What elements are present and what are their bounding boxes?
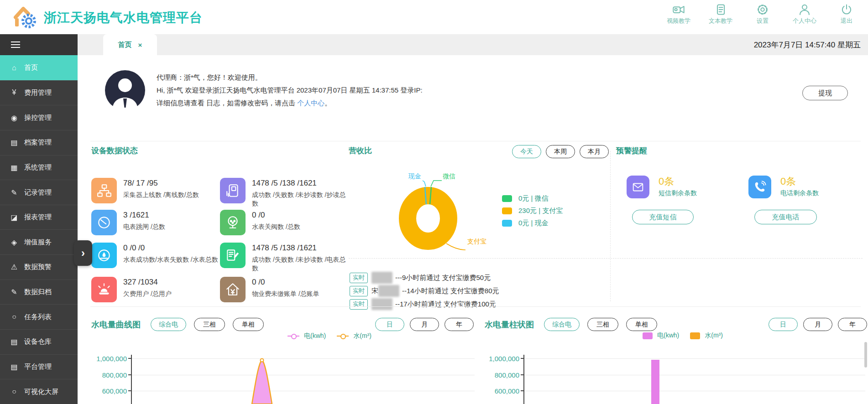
stat-value: 1478 /5 /138 /1621: [252, 243, 317, 253]
sidebar-item-fees[interactable]: ¥费用管理: [0, 80, 78, 105]
legend-label: 0元 | 微信: [518, 194, 549, 203]
sidebar-item-control[interactable]: ◉操控管理: [0, 105, 78, 130]
sidebar-item-label: 操控管理: [24, 114, 52, 122]
sidebar-item-reports[interactable]: ◪报表管理: [0, 205, 78, 230]
sidebar-item-tasks[interactable]: ○任务列表: [0, 304, 78, 329]
record-edit-icon: ✎: [10, 188, 18, 197]
welcome-line-3-text: 详细信息请查看 日志，如需修改密码，请点击: [157, 99, 297, 107]
profile-link[interactable]: 个人中心: [297, 99, 324, 107]
network-icon: [96, 183, 112, 198]
sidebar-item-label: 系统管理: [24, 163, 52, 172]
realtime-text: --14小时前通过 支付宝缴费80元: [402, 287, 499, 295]
bar-period-day-button[interactable]: 日: [769, 318, 798, 331]
stat-value: 0 /0 /0: [123, 243, 145, 253]
nav-logout[interactable]: 退出: [833, 3, 860, 25]
electricity-line-marker-icon: [288, 336, 299, 337]
water-line-marker-icon: [337, 336, 349, 337]
period-month-button[interactable]: 本月: [580, 145, 609, 158]
redacted-name: [371, 298, 392, 310]
bar-type-singlephase-button[interactable]: 单相: [626, 318, 657, 331]
sms-tile: [627, 176, 649, 198]
donut-label-wechat: 微信: [443, 172, 455, 181]
sidebar-item-records[interactable]: ✎记录管理: [0, 180, 78, 205]
sidebar-item-system[interactable]: ▦系统管理: [0, 155, 78, 180]
line-type-combined-button[interactable]: 综合电: [151, 318, 186, 331]
recharge-sms-button[interactable]: 充值短信: [632, 210, 694, 224]
line-period-day-button[interactable]: 日: [375, 318, 404, 331]
realtime-row: 实时 宋 --14小时前通过 支付宝缴费80元: [350, 285, 499, 297]
nav-label: 退出: [841, 17, 852, 25]
sidebar-item-label: 平台管理: [24, 363, 52, 371]
period-week-button[interactable]: 本周: [546, 145, 575, 158]
sidebar-item-device-warehouse[interactable]: ▤设备仓库: [0, 329, 78, 354]
page-title: 浙江天扬电气水电管理平台: [44, 9, 203, 26]
realtime-name-prefix: 宋: [371, 287, 378, 295]
period-today-button[interactable]: 今天: [512, 145, 541, 158]
water-swatch-icon: [690, 332, 700, 339]
scrollbar-thumb[interactable]: [864, 342, 867, 368]
nav-settings[interactable]: 设置: [749, 3, 776, 25]
line-period-month-button[interactable]: 月: [410, 318, 439, 331]
revenue-donut-chart: [379, 171, 507, 254]
tab-label: 首页: [118, 41, 132, 49]
stat-label: 成功数 /失败数 /未抄读数 /抄读总数: [252, 191, 347, 208]
stat-collectors: 78/ 17 /95 采集器上线数 /离线数/总数: [91, 178, 219, 203]
report-chart-icon: ◪: [10, 213, 18, 222]
sidebar-item-label: 报表管理: [24, 213, 52, 222]
stat-label: 水表成功数/水表失败数 /水表总数: [123, 255, 218, 264]
sidebar-expand-button[interactable]: ›: [74, 240, 92, 266]
line-type-threephase-button[interactable]: 三相: [194, 318, 225, 331]
bar-period-year-button[interactable]: 年: [838, 318, 867, 331]
bar-period-month-button[interactable]: 月: [803, 318, 832, 331]
bar-type-threephase-button[interactable]: 三相: [587, 318, 618, 331]
tab-close-icon[interactable]: ×: [138, 41, 142, 49]
stat-label: 成功数 /失败数 /未抄读数 /电表总数: [252, 255, 347, 273]
sms-remaining-label: 短信剩余条数: [659, 189, 697, 197]
sidebar-item-data-alerts[interactable]: ⚠数据预警: [0, 254, 78, 280]
withdraw-button[interactable]: 提现: [802, 86, 848, 100]
electricity-swatch-icon: [643, 332, 653, 339]
sidebar-item-value-added[interactable]: ◈增值服务: [0, 229, 78, 254]
welcome-line-1: 代理商：浙*气，您好！欢迎使用。: [157, 73, 262, 82]
realtime-row: 实时 --17小时前通过 支付宝缴费100元: [350, 298, 496, 310]
sidebar-item-big-screen[interactable]: ○可视化大屏: [0, 379, 78, 404]
nav-text-tutorial[interactable]: 文本教学: [707, 3, 734, 25]
recharge-call-button[interactable]: 充值电话: [754, 210, 817, 224]
mail-icon: [631, 180, 645, 194]
line-type-singlephase-button[interactable]: 单相: [233, 318, 264, 331]
avatar: [105, 70, 145, 110]
nav-label: 个人中心: [793, 17, 816, 25]
y-tick: 800,000: [474, 371, 519, 379]
legend-label: 电(kwh): [657, 331, 679, 340]
gridline: [523, 358, 865, 359]
phone-icon: [753, 180, 767, 194]
realtime-tag: 实时: [350, 286, 368, 296]
sidebar-collapse-button[interactable]: [0, 34, 78, 55]
nav-video-tutorial[interactable]: 视频教学: [665, 3, 692, 25]
tab-home[interactable]: 首页 ×: [103, 34, 157, 55]
redacted-name: [378, 285, 399, 297]
sidebar-item-platform[interactable]: ▤平台管理: [0, 354, 78, 379]
sidebar-item-data-archive[interactable]: ✎数据归档: [0, 280, 78, 305]
stat-label: 采集器上线数 /离线数/总数: [123, 191, 218, 199]
sidebar-item-label: 设备仓库: [24, 337, 52, 346]
nav-label: 文本教学: [709, 17, 732, 25]
sidebar-item-home[interactable]: ⌂首页: [0, 55, 78, 80]
dashed-divider: [349, 258, 863, 259]
stat-water-valve: 0 /0 水表关阀数 /总数: [220, 210, 348, 235]
bar-chart-title: 水电量柱状图: [485, 319, 534, 330]
electricity-usage-bar: [651, 360, 659, 404]
bar-type-combined-button[interactable]: 综合电: [544, 318, 580, 331]
tab-bar: 首页 × 2023年7月7日 14:57:40 星期五: [78, 34, 868, 55]
warehouse-box-icon: ▤: [10, 337, 18, 346]
sidebar-item-label: 任务列表: [24, 313, 52, 321]
nav-profile[interactable]: 个人中心: [791, 3, 818, 25]
sidebar-item-archives[interactable]: ▤档案管理: [0, 130, 78, 155]
realtime-row: 实时 ---9小时前通过 支付宝缴费50元: [350, 272, 491, 284]
y-tick: 600,000: [81, 387, 127, 395]
welcome-line-3: 详细信息请查看 日志，如需修改密码，请点击 个人中心。: [157, 99, 331, 108]
section-title-alerts: 预警提醒: [616, 145, 647, 156]
line-period-year-button[interactable]: 年: [444, 318, 474, 331]
sidebar-item-label: 数据预警: [24, 263, 52, 271]
stat-water-readings: 0 /0 /0 水表成功数/水表失败数 /水表总数: [91, 243, 219, 268]
